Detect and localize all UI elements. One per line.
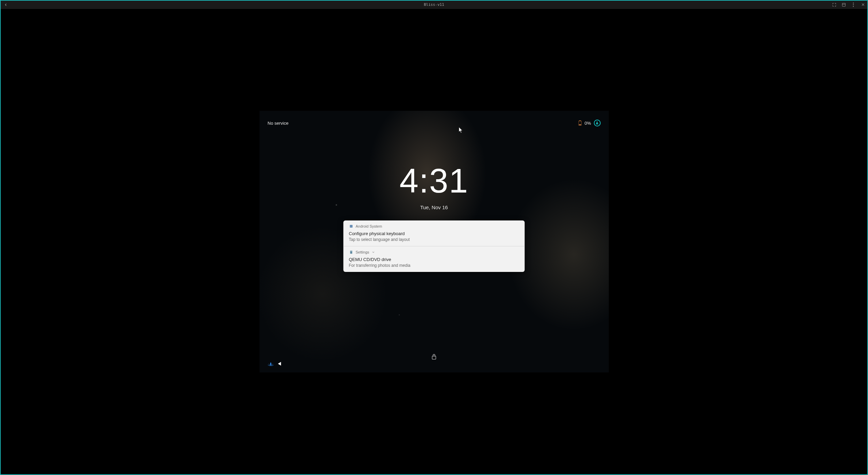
titlebar-right-controls — [832, 2, 865, 7]
lotus-icon — [267, 362, 274, 366]
app-window: Bliss-v11 — [0, 0, 868, 475]
svg-marker-15 — [278, 362, 281, 366]
svg-rect-14 — [432, 356, 436, 359]
titlebar-left — [3, 2, 8, 7]
settings-icon — [349, 250, 353, 254]
service-status: No service — [268, 121, 288, 126]
back-icon[interactable] — [3, 2, 8, 7]
notification-header: Settings — [349, 250, 519, 254]
close-icon[interactable] — [861, 2, 865, 7]
svg-rect-0 — [842, 3, 846, 6]
window-title: Bliss-v11 — [424, 2, 444, 7]
mouse-cursor — [458, 127, 463, 135]
battery-icon — [578, 120, 582, 126]
bottom-left-icons — [267, 361, 281, 367]
svg-rect-13 — [350, 251, 352, 251]
status-bar: No service 0% — [268, 119, 600, 127]
clock-date: Tue, Nov 16 — [420, 204, 448, 210]
fullscreen-icon[interactable] — [832, 2, 837, 7]
notification-header: Android System — [349, 224, 519, 228]
svg-rect-11 — [350, 225, 352, 228]
svg-point-3 — [853, 4, 854, 5]
android-lockscreen[interactable]: No service 0% — [259, 111, 609, 372]
battery-percentage: 0% — [584, 121, 591, 126]
notification-item[interactable]: Settings QEMU CD/DVD drive For transferr… — [344, 246, 525, 272]
clock-time: 4:31 — [399, 164, 469, 198]
status-right: 0% — [578, 120, 600, 126]
notification-title: Configure physical keyboard — [349, 231, 519, 236]
notification-body: Tap to select language and layout — [349, 237, 519, 242]
svg-point-10 — [596, 121, 598, 123]
svg-rect-9 — [579, 124, 581, 125]
svg-point-4 — [853, 6, 854, 7]
notification-item[interactable]: Android System Configure physical keyboa… — [344, 220, 525, 246]
notification-app-name: Settings — [356, 250, 369, 254]
notification-body: For transferring photos and media — [349, 263, 519, 268]
chevron-down-icon[interactable] — [371, 250, 375, 254]
user-avatar[interactable] — [594, 120, 600, 126]
view-icon[interactable] — [841, 2, 846, 7]
menu-dots-icon[interactable] — [851, 2, 856, 7]
triangle-left-icon — [278, 361, 281, 367]
notification-panel: Android System Configure physical keyboa… — [344, 220, 525, 272]
notification-title: QEMU CD/DVD drive — [349, 257, 519, 262]
window-titlebar: Bliss-v11 — [1, 1, 867, 9]
viewport: No service 0% — [1, 10, 867, 474]
svg-point-2 — [853, 2, 854, 3]
clock-block: 4:31 Tue, Nov 16 — [259, 164, 609, 210]
person-icon — [595, 121, 599, 126]
lock-icon[interactable] — [431, 353, 437, 362]
android-icon — [349, 224, 353, 228]
notification-app-name: Android System — [356, 224, 382, 228]
